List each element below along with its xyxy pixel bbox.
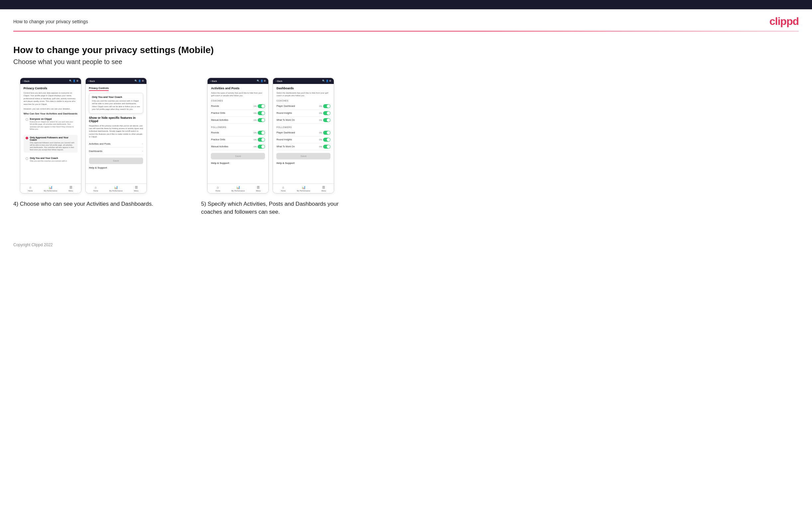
toggle-followers-drills-switch[interactable] xyxy=(258,138,265,142)
phone-4-followers-label: FOLLOWERS xyxy=(276,126,331,128)
nav-3-home: ⌂ Home xyxy=(208,185,228,192)
phone-1-option-3-text: Only You and Your Coach Only you and the… xyxy=(30,157,67,162)
phone-2-icons: 🔍 👤 ⚙ xyxy=(135,79,144,82)
logo: clippd xyxy=(769,15,799,27)
phone-1-back: ‹ Back xyxy=(23,80,30,82)
phone-3-help: Help & Support xyxy=(211,159,265,166)
toggle-d-coaches-work: What To Work On ON xyxy=(276,117,331,124)
toggle-followers-drills: Practice Drills ON xyxy=(211,136,265,143)
phone-2-tooltip: Only You and Your Coach Only you and the… xyxy=(89,93,143,113)
menu-row-dashboards: Dashboards › xyxy=(89,148,143,155)
radio-1 xyxy=(26,118,28,121)
footer: Copyright Clippd 2022 xyxy=(0,242,812,254)
page-subheading: Choose what you want people to see xyxy=(13,58,799,66)
phone-4-topbar: ‹ Back 🔍 👤 ⚙ xyxy=(273,78,334,84)
toggle-d-coaches-work-switch[interactable] xyxy=(323,118,331,122)
nav-4-performance: 📊 My Performance xyxy=(293,185,313,192)
caption-right: 5) Specify which Activities, Posts and D… xyxy=(201,200,341,216)
toggle-d-followers-player: Player Dashboard ON xyxy=(276,129,331,136)
phone-4-content: Dashboards Select the dashboards that yo… xyxy=(273,84,334,183)
phone-4-title: Dashboards xyxy=(276,87,331,90)
phone-3-content: Activities and Posts Select the types of… xyxy=(208,84,268,183)
phone-1-section-title: Privacy Controls xyxy=(23,87,78,90)
phone-4-coaches-label: COACHES xyxy=(276,100,331,102)
phone-mockup-2: ‹ Back 🔍 👤 ⚙ Privacy Controls Only You a… xyxy=(85,78,147,193)
phone-1-content: Privacy Controls Control how you and you… xyxy=(20,84,81,183)
caption-left: 4) Choose who can see your Activities an… xyxy=(13,200,153,208)
mockup-group-right: ‹ Back 🔍 👤 ⚙ Activities and Posts Select… xyxy=(201,78,341,216)
top-bar xyxy=(0,0,812,9)
toggle-d-followers-work-switch[interactable] xyxy=(323,145,331,149)
toggle-d-followers-work: What To Work On ON xyxy=(276,143,331,150)
toggle-d-coaches-insights-switch[interactable] xyxy=(323,111,331,115)
nav-4-home: ⌂ Home xyxy=(273,185,293,192)
nav-2-home: ⌂ Home xyxy=(86,185,106,192)
toggle-coaches-manual-switch[interactable] xyxy=(258,118,265,122)
phone-2-topbar: ‹ Back 🔍 👤 ⚙ xyxy=(86,78,146,84)
phone-2-save[interactable]: Save xyxy=(89,158,143,164)
nav-2-performance: 📊 My Performance xyxy=(106,185,126,192)
phone-3-nav: ⌂ Home 📊 My Performance ☰ Menu xyxy=(208,183,268,193)
nav-1-menu: ☰ Menu xyxy=(61,185,81,192)
breadcrumb: How to change your privacy settings xyxy=(13,19,88,24)
toggle-coaches-drills-switch[interactable] xyxy=(258,111,265,115)
toggle-coaches-rounds-switch[interactable] xyxy=(258,104,265,108)
phone-2-back: ‹ Back xyxy=(88,80,95,82)
phone-3-back: ‹ Back xyxy=(210,80,217,82)
phone-2-content: Privacy Controls Only You and Your Coach… xyxy=(86,84,146,183)
phone-1-who-label: Who Can See Your Activities and Dashboar… xyxy=(23,112,78,115)
header: How to change your privacy settings clip… xyxy=(0,9,812,31)
toggle-coaches-rounds: Rounds ON xyxy=(211,103,265,110)
toggle-followers-rounds: Rounds ON xyxy=(211,129,265,136)
phone-1-option-2-text: Only Approved Followers and Your Coach O… xyxy=(30,136,76,151)
phone-2-nav: ⌂ Home 📊 My Performance ☰ Menu xyxy=(86,183,146,193)
toggle-d-coaches-player: Player Dashboard ON xyxy=(276,103,331,110)
phone-3-followers-label: FOLLOWERS xyxy=(211,126,265,128)
mockup-pair-right: ‹ Back 🔍 👤 ⚙ Activities and Posts Select… xyxy=(207,78,334,193)
radio-2-filled xyxy=(26,137,28,139)
phone-1-topbar: ‹ Back 🔍 👤 ⚙ xyxy=(20,78,81,84)
phone-3-coaches-label: COACHES xyxy=(211,100,265,102)
nav-1-home: ⌂ Home xyxy=(20,185,41,192)
phone-4-desc: Select the dashboards that you'd like to… xyxy=(276,92,331,97)
phone-mockup-4: ‹ Back 🔍 👤 ⚙ Dashboards Select the dashb… xyxy=(273,78,334,193)
nav-1-performance: 📊 My Performance xyxy=(41,185,61,192)
phone-3-icons: 🔍 👤 ⚙ xyxy=(257,79,266,82)
phone-4-save[interactable]: Save xyxy=(276,153,331,159)
arrow-dashboards: › xyxy=(142,150,143,153)
phone-1-option-2: Only Approved Followers and Your Coach O… xyxy=(23,135,78,153)
toggle-coaches-manual: Manual Activities ON xyxy=(211,117,265,124)
nav-4-menu: ☰ Menu xyxy=(313,185,334,192)
phone-3-topbar: ‹ Back 🔍 👤 ⚙ xyxy=(208,78,268,84)
phone-4-nav: ⌂ Home 📊 My Performance ☰ Menu xyxy=(273,183,334,193)
nav-3-performance: 📊 My Performance xyxy=(228,185,248,192)
phone-2-help: Help & Support xyxy=(89,164,143,171)
phone-1-icons: 🔍 👤 ⚙ xyxy=(69,79,79,82)
mockup-group-left: ‹ Back 🔍 👤 ⚙ Privacy Controls Control ho… xyxy=(13,78,153,208)
phone-2-show-hide-title: Show or hide specific features in Clippd xyxy=(89,116,143,123)
phone-3-save[interactable]: Save xyxy=(211,153,265,159)
menu-row-activities: Activities and Posts › xyxy=(89,140,143,148)
phone-3-desc: Select the types of activity that you'd … xyxy=(211,92,265,97)
toggle-followers-manual-switch[interactable] xyxy=(258,145,265,149)
phone-1-option-1-text: Everyone on Clippd Everyone on Clippd ca… xyxy=(30,118,76,130)
phone-1-option-3: Only You and Your Coach Only you and the… xyxy=(23,155,78,164)
toggle-d-followers-player-switch[interactable] xyxy=(323,131,331,135)
nav-2-menu: ☰ Menu xyxy=(126,185,146,192)
toggle-coaches-drills: Practice Drills ON xyxy=(211,110,265,117)
radio-3 xyxy=(26,157,28,160)
toggle-d-followers-insights-switch[interactable] xyxy=(323,138,331,142)
phone-mockup-1: ‹ Back 🔍 👤 ⚙ Privacy Controls Control ho… xyxy=(20,78,81,193)
toggle-followers-rounds-switch[interactable] xyxy=(258,131,265,135)
phone-1-option-1: Everyone on Clippd Everyone on Clippd ca… xyxy=(23,116,78,132)
toggle-followers-manual: Manual Activities ON xyxy=(211,143,265,150)
main-content: How to change your privacy settings (Mob… xyxy=(0,32,812,229)
toggle-d-coaches-player-switch[interactable] xyxy=(323,104,331,108)
phone-2-tab: Privacy Controls xyxy=(89,87,109,91)
phone-4-back: ‹ Back xyxy=(276,80,282,82)
toggle-d-coaches-insights: Round Insights ON xyxy=(276,110,331,117)
page-heading: How to change your privacy settings (Mob… xyxy=(13,45,799,55)
phone-4-icons: 🔍 👤 ⚙ xyxy=(322,79,332,82)
phone-1-nav: ⌂ Home 📊 My Performance ☰ Menu xyxy=(20,183,81,193)
phone-2-show-hide-body: Regardless of the privacy controls that … xyxy=(89,124,143,138)
